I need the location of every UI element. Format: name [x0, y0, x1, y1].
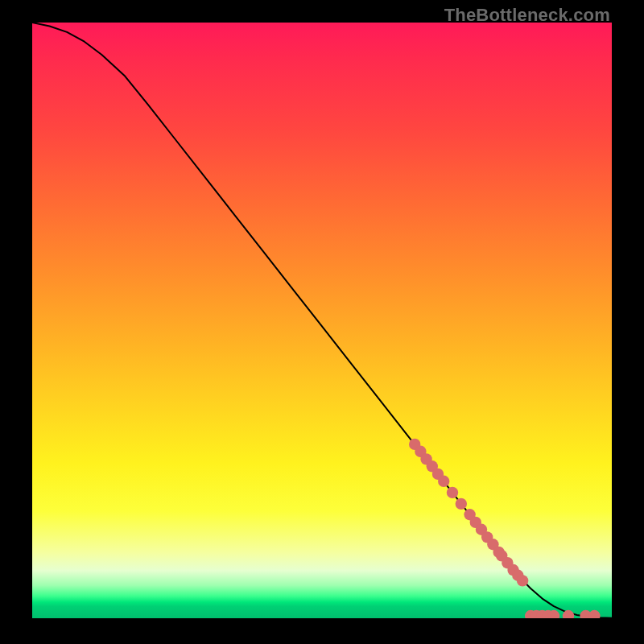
- scatter-point: [447, 487, 458, 498]
- scatter-point: [438, 476, 449, 487]
- chart-overlay-svg: [32, 23, 612, 618]
- bottleneck-curve: [32, 23, 612, 618]
- scatter-point: [456, 498, 467, 510]
- plot-area: [32, 23, 612, 618]
- chart-stage: TheBottleneck.com: [0, 0, 644, 644]
- scatter-point: [588, 610, 600, 618]
- scatter-markers: [409, 439, 601, 618]
- scatter-point: [517, 575, 528, 586]
